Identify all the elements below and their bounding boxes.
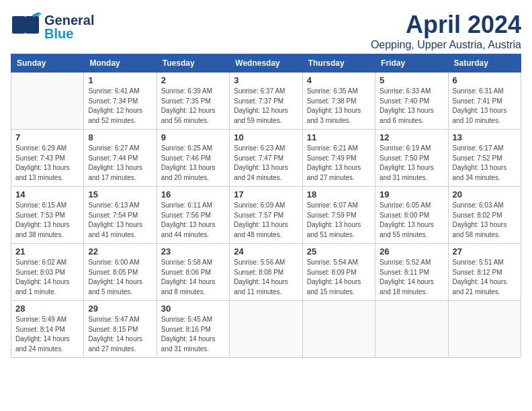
calendar-week-row: 28Sunrise: 5:49 AM Sunset: 8:14 PM Dayli…	[11, 301, 521, 358]
day-detail: Sunrise: 6:07 AM Sunset: 7:59 PM Dayligh…	[307, 201, 371, 240]
calendar-week-row: 21Sunrise: 6:02 AM Sunset: 8:03 PM Dayli…	[11, 244, 521, 301]
day-detail: Sunrise: 6:25 AM Sunset: 7:46 PM Dayligh…	[161, 144, 225, 183]
day-number: 19	[380, 189, 443, 199]
calendar-cell: 12Sunrise: 6:19 AM Sunset: 7:50 PM Dayli…	[375, 130, 448, 187]
logo-icon	[11, 11, 43, 40]
weekday-header: Wednesday	[230, 54, 302, 73]
day-detail: Sunrise: 6:17 AM Sunset: 7:52 PM Dayligh…	[453, 144, 517, 183]
day-detail: Sunrise: 6:41 AM Sunset: 7:34 PM Dayligh…	[88, 87, 152, 126]
weekday-header: Monday	[84, 54, 157, 73]
calendar-week-row: 14Sunrise: 6:15 AM Sunset: 7:53 PM Dayli…	[11, 187, 521, 244]
day-detail: Sunrise: 5:52 AM Sunset: 8:11 PM Dayligh…	[380, 258, 443, 297]
calendar-cell: 1Sunrise: 6:41 AM Sunset: 7:34 PM Daylig…	[84, 73, 157, 130]
day-detail: Sunrise: 6:39 AM Sunset: 7:35 PM Dayligh…	[161, 87, 225, 126]
calendar-cell: 19Sunrise: 6:05 AM Sunset: 8:00 PM Dayli…	[375, 187, 448, 244]
day-detail: Sunrise: 6:37 AM Sunset: 7:37 PM Dayligh…	[234, 87, 298, 126]
day-detail: Sunrise: 6:21 AM Sunset: 7:49 PM Dayligh…	[307, 144, 371, 183]
calendar-cell: 14Sunrise: 6:15 AM Sunset: 7:53 PM Dayli…	[11, 187, 84, 244]
calendar-cell	[448, 301, 521, 358]
calendar-cell: 13Sunrise: 6:17 AM Sunset: 7:52 PM Dayli…	[448, 130, 521, 187]
svg-rect-1	[26, 16, 39, 34]
calendar-cell	[230, 301, 302, 358]
day-number: 16	[161, 189, 225, 199]
day-number: 14	[15, 189, 79, 199]
day-number: 25	[307, 246, 371, 257]
day-number: 30	[161, 304, 225, 314]
day-number: 5	[380, 75, 443, 85]
day-detail: Sunrise: 6:02 AM Sunset: 8:03 PM Dayligh…	[15, 258, 79, 297]
day-number: 1	[88, 75, 152, 85]
calendar-cell: 8Sunrise: 6:27 AM Sunset: 7:44 PM Daylig…	[84, 130, 157, 187]
day-detail: Sunrise: 6:00 AM Sunset: 8:05 PM Dayligh…	[88, 258, 152, 297]
day-detail: Sunrise: 5:45 AM Sunset: 8:16 PM Dayligh…	[161, 315, 225, 354]
calendar-cell: 28Sunrise: 5:49 AM Sunset: 8:14 PM Dayli…	[11, 301, 84, 358]
day-number: 6	[453, 75, 517, 85]
day-number: 23	[161, 246, 225, 257]
day-detail: Sunrise: 5:58 AM Sunset: 8:06 PM Dayligh…	[161, 258, 225, 297]
calendar-cell: 2Sunrise: 6:39 AM Sunset: 7:35 PM Daylig…	[157, 73, 229, 130]
calendar-cell: 20Sunrise: 6:03 AM Sunset: 8:02 PM Dayli…	[448, 187, 521, 244]
calendar-cell	[375, 301, 448, 358]
day-number: 21	[15, 246, 79, 257]
weekday-header: Friday	[375, 54, 448, 73]
logo: General Blue	[11, 11, 94, 43]
calendar-table: SundayMondayTuesdayWednesdayThursdayFrid…	[11, 54, 521, 358]
day-detail: Sunrise: 6:15 AM Sunset: 7:53 PM Dayligh…	[15, 201, 79, 240]
day-detail: Sunrise: 6:33 AM Sunset: 7:40 PM Dayligh…	[380, 87, 443, 126]
calendar-cell: 30Sunrise: 5:45 AM Sunset: 8:16 PM Dayli…	[157, 301, 229, 358]
calendar-cell: 18Sunrise: 6:07 AM Sunset: 7:59 PM Dayli…	[302, 187, 375, 244]
calendar-cell: 10Sunrise: 6:23 AM Sunset: 7:47 PM Dayli…	[230, 130, 302, 187]
day-number: 29	[88, 304, 152, 314]
day-number: 4	[307, 75, 371, 85]
day-number: 20	[453, 189, 517, 199]
day-detail: Sunrise: 6:11 AM Sunset: 7:56 PM Dayligh…	[161, 201, 225, 240]
day-detail: Sunrise: 6:19 AM Sunset: 7:50 PM Dayligh…	[380, 144, 443, 183]
calendar-cell: 9Sunrise: 6:25 AM Sunset: 7:46 PM Daylig…	[157, 130, 229, 187]
day-number: 26	[380, 246, 443, 257]
day-number: 9	[161, 132, 225, 142]
weekday-header: Saturday	[448, 54, 521, 73]
weekday-header: Sunday	[11, 54, 84, 73]
day-detail: Sunrise: 6:29 AM Sunset: 7:43 PM Dayligh…	[15, 144, 79, 183]
day-number: 10	[234, 132, 298, 142]
day-detail: Sunrise: 5:54 AM Sunset: 8:09 PM Dayligh…	[307, 258, 371, 297]
day-number: 17	[234, 189, 298, 199]
svg-rect-0	[12, 16, 26, 34]
day-number: 2	[161, 75, 225, 85]
calendar-cell: 24Sunrise: 5:56 AM Sunset: 8:08 PM Dayli…	[230, 244, 302, 301]
month-title: April 2024	[371, 11, 521, 39]
calendar-cell: 27Sunrise: 5:51 AM Sunset: 8:12 PM Dayli…	[448, 244, 521, 301]
day-number: 7	[15, 132, 79, 142]
calendar-week-row: 1Sunrise: 6:41 AM Sunset: 7:34 PM Daylig…	[11, 73, 521, 130]
day-number: 12	[380, 132, 443, 142]
title-section: April 2024 Oepping, Upper Austria, Austr…	[371, 11, 521, 51]
logo-blue: Blue	[44, 27, 94, 40]
calendar-week-row: 7Sunrise: 6:29 AM Sunset: 7:43 PM Daylig…	[11, 130, 521, 187]
calendar-cell: 16Sunrise: 6:11 AM Sunset: 7:56 PM Dayli…	[157, 187, 229, 244]
calendar-cell	[11, 73, 84, 130]
day-number: 13	[453, 132, 517, 142]
calendar-cell: 11Sunrise: 6:21 AM Sunset: 7:49 PM Dayli…	[302, 130, 375, 187]
day-detail: Sunrise: 6:31 AM Sunset: 7:41 PM Dayligh…	[453, 87, 517, 126]
calendar-cell: 21Sunrise: 6:02 AM Sunset: 8:03 PM Dayli…	[11, 244, 84, 301]
page-header: General Blue April 2024 Oepping, Upper A…	[11, 11, 521, 51]
calendar-cell	[302, 301, 375, 358]
day-number: 22	[88, 246, 152, 257]
day-detail: Sunrise: 5:47 AM Sunset: 8:15 PM Dayligh…	[88, 315, 152, 354]
day-number: 15	[88, 189, 152, 199]
calendar-cell: 3Sunrise: 6:37 AM Sunset: 7:37 PM Daylig…	[230, 73, 302, 130]
day-number: 28	[15, 304, 79, 314]
day-detail: Sunrise: 6:27 AM Sunset: 7:44 PM Dayligh…	[88, 144, 152, 183]
day-detail: Sunrise: 5:51 AM Sunset: 8:12 PM Dayligh…	[453, 258, 517, 297]
calendar-cell: 15Sunrise: 6:13 AM Sunset: 7:54 PM Dayli…	[84, 187, 157, 244]
day-number: 24	[234, 246, 298, 257]
day-detail: Sunrise: 6:35 AM Sunset: 7:38 PM Dayligh…	[307, 87, 371, 126]
day-detail: Sunrise: 5:49 AM Sunset: 8:14 PM Dayligh…	[15, 315, 79, 354]
weekday-header: Thursday	[302, 54, 375, 73]
calendar-cell: 4Sunrise: 6:35 AM Sunset: 7:38 PM Daylig…	[302, 73, 375, 130]
calendar-cell: 7Sunrise: 6:29 AM Sunset: 7:43 PM Daylig…	[11, 130, 84, 187]
calendar-cell: 25Sunrise: 5:54 AM Sunset: 8:09 PM Dayli…	[302, 244, 375, 301]
day-detail: Sunrise: 5:56 AM Sunset: 8:08 PM Dayligh…	[234, 258, 298, 297]
calendar-cell: 22Sunrise: 6:00 AM Sunset: 8:05 PM Dayli…	[84, 244, 157, 301]
calendar-cell: 6Sunrise: 6:31 AM Sunset: 7:41 PM Daylig…	[448, 73, 521, 130]
